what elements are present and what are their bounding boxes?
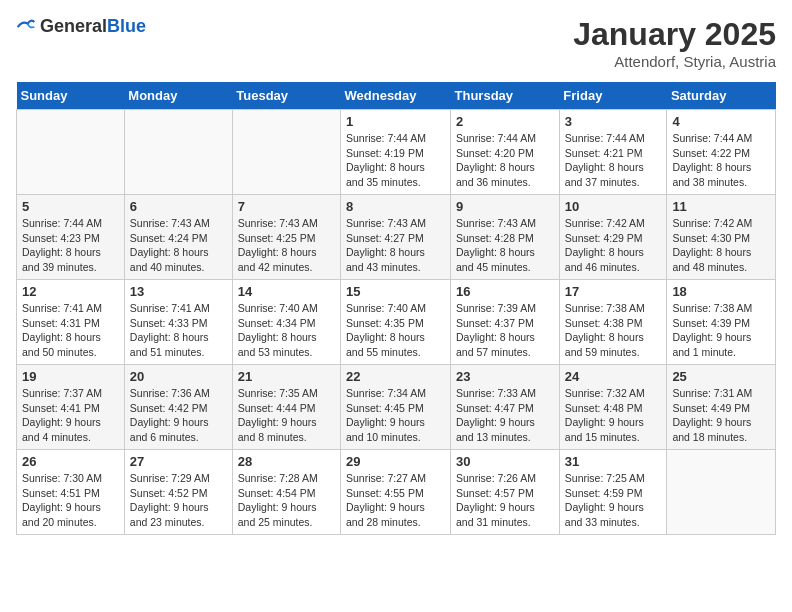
day-number: 14	[238, 284, 335, 299]
calendar-cell: 2Sunrise: 7:44 AM Sunset: 4:20 PM Daylig…	[451, 110, 560, 195]
calendar-cell: 26Sunrise: 7:30 AM Sunset: 4:51 PM Dayli…	[17, 450, 125, 535]
day-number: 29	[346, 454, 445, 469]
day-number: 20	[130, 369, 227, 384]
day-number: 27	[130, 454, 227, 469]
calendar-table: SundayMondayTuesdayWednesdayThursdayFrid…	[16, 82, 776, 535]
calendar-cell: 28Sunrise: 7:28 AM Sunset: 4:54 PM Dayli…	[232, 450, 340, 535]
calendar-cell: 19Sunrise: 7:37 AM Sunset: 4:41 PM Dayli…	[17, 365, 125, 450]
day-number: 6	[130, 199, 227, 214]
calendar-cell: 4Sunrise: 7:44 AM Sunset: 4:22 PM Daylig…	[667, 110, 776, 195]
day-info: Sunrise: 7:41 AM Sunset: 4:33 PM Dayligh…	[130, 301, 227, 360]
logo: GeneralBlue	[16, 16, 146, 37]
day-number: 1	[346, 114, 445, 129]
calendar-cell: 8Sunrise: 7:43 AM Sunset: 4:27 PM Daylig…	[341, 195, 451, 280]
day-number: 28	[238, 454, 335, 469]
month-title: January 2025	[573, 16, 776, 53]
day-number: 3	[565, 114, 662, 129]
day-info: Sunrise: 7:33 AM Sunset: 4:47 PM Dayligh…	[456, 386, 554, 445]
calendar-cell	[232, 110, 340, 195]
day-info: Sunrise: 7:44 AM Sunset: 4:19 PM Dayligh…	[346, 131, 445, 190]
day-info: Sunrise: 7:30 AM Sunset: 4:51 PM Dayligh…	[22, 471, 119, 530]
day-number: 8	[346, 199, 445, 214]
calendar-cell: 7Sunrise: 7:43 AM Sunset: 4:25 PM Daylig…	[232, 195, 340, 280]
day-info: Sunrise: 7:36 AM Sunset: 4:42 PM Dayligh…	[130, 386, 227, 445]
logo-general: General	[40, 16, 107, 36]
day-number: 21	[238, 369, 335, 384]
weekday-header-tuesday: Tuesday	[232, 82, 340, 110]
day-info: Sunrise: 7:43 AM Sunset: 4:28 PM Dayligh…	[456, 216, 554, 275]
day-info: Sunrise: 7:40 AM Sunset: 4:34 PM Dayligh…	[238, 301, 335, 360]
calendar-cell: 16Sunrise: 7:39 AM Sunset: 4:37 PM Dayli…	[451, 280, 560, 365]
calendar-cell: 25Sunrise: 7:31 AM Sunset: 4:49 PM Dayli…	[667, 365, 776, 450]
day-number: 4	[672, 114, 770, 129]
day-number: 5	[22, 199, 119, 214]
day-info: Sunrise: 7:42 AM Sunset: 4:30 PM Dayligh…	[672, 216, 770, 275]
calendar-cell: 22Sunrise: 7:34 AM Sunset: 4:45 PM Dayli…	[341, 365, 451, 450]
day-number: 18	[672, 284, 770, 299]
title-block: January 2025 Attendorf, Styria, Austria	[573, 16, 776, 70]
calendar-cell: 6Sunrise: 7:43 AM Sunset: 4:24 PM Daylig…	[124, 195, 232, 280]
calendar-cell: 17Sunrise: 7:38 AM Sunset: 4:38 PM Dayli…	[559, 280, 667, 365]
day-info: Sunrise: 7:43 AM Sunset: 4:24 PM Dayligh…	[130, 216, 227, 275]
day-info: Sunrise: 7:26 AM Sunset: 4:57 PM Dayligh…	[456, 471, 554, 530]
page-header: GeneralBlue January 2025 Attendorf, Styr…	[16, 16, 776, 70]
day-info: Sunrise: 7:25 AM Sunset: 4:59 PM Dayligh…	[565, 471, 662, 530]
day-info: Sunrise: 7:44 AM Sunset: 4:23 PM Dayligh…	[22, 216, 119, 275]
day-number: 11	[672, 199, 770, 214]
calendar-cell: 18Sunrise: 7:38 AM Sunset: 4:39 PM Dayli…	[667, 280, 776, 365]
calendar-week-5: 26Sunrise: 7:30 AM Sunset: 4:51 PM Dayli…	[17, 450, 776, 535]
weekday-header-sunday: Sunday	[17, 82, 125, 110]
day-info: Sunrise: 7:43 AM Sunset: 4:25 PM Dayligh…	[238, 216, 335, 275]
day-info: Sunrise: 7:41 AM Sunset: 4:31 PM Dayligh…	[22, 301, 119, 360]
calendar-week-3: 12Sunrise: 7:41 AM Sunset: 4:31 PM Dayli…	[17, 280, 776, 365]
calendar-cell: 5Sunrise: 7:44 AM Sunset: 4:23 PM Daylig…	[17, 195, 125, 280]
weekday-header-friday: Friday	[559, 82, 667, 110]
calendar-cell	[667, 450, 776, 535]
day-number: 7	[238, 199, 335, 214]
calendar-week-1: 1Sunrise: 7:44 AM Sunset: 4:19 PM Daylig…	[17, 110, 776, 195]
day-info: Sunrise: 7:38 AM Sunset: 4:39 PM Dayligh…	[672, 301, 770, 360]
day-number: 10	[565, 199, 662, 214]
day-number: 31	[565, 454, 662, 469]
logo-icon	[16, 17, 36, 37]
weekday-header-wednesday: Wednesday	[341, 82, 451, 110]
calendar-cell: 20Sunrise: 7:36 AM Sunset: 4:42 PM Dayli…	[124, 365, 232, 450]
day-info: Sunrise: 7:42 AM Sunset: 4:29 PM Dayligh…	[565, 216, 662, 275]
day-number: 2	[456, 114, 554, 129]
day-number: 17	[565, 284, 662, 299]
day-number: 30	[456, 454, 554, 469]
calendar-cell: 29Sunrise: 7:27 AM Sunset: 4:55 PM Dayli…	[341, 450, 451, 535]
day-number: 9	[456, 199, 554, 214]
day-info: Sunrise: 7:27 AM Sunset: 4:55 PM Dayligh…	[346, 471, 445, 530]
day-number: 12	[22, 284, 119, 299]
calendar-week-4: 19Sunrise: 7:37 AM Sunset: 4:41 PM Dayli…	[17, 365, 776, 450]
calendar-cell: 13Sunrise: 7:41 AM Sunset: 4:33 PM Dayli…	[124, 280, 232, 365]
day-number: 22	[346, 369, 445, 384]
day-info: Sunrise: 7:28 AM Sunset: 4:54 PM Dayligh…	[238, 471, 335, 530]
weekday-header-row: SundayMondayTuesdayWednesdayThursdayFrid…	[17, 82, 776, 110]
day-number: 13	[130, 284, 227, 299]
day-number: 26	[22, 454, 119, 469]
calendar-cell: 15Sunrise: 7:40 AM Sunset: 4:35 PM Dayli…	[341, 280, 451, 365]
calendar-cell: 11Sunrise: 7:42 AM Sunset: 4:30 PM Dayli…	[667, 195, 776, 280]
calendar-cell: 21Sunrise: 7:35 AM Sunset: 4:44 PM Dayli…	[232, 365, 340, 450]
day-info: Sunrise: 7:31 AM Sunset: 4:49 PM Dayligh…	[672, 386, 770, 445]
calendar-cell: 31Sunrise: 7:25 AM Sunset: 4:59 PM Dayli…	[559, 450, 667, 535]
day-info: Sunrise: 7:44 AM Sunset: 4:20 PM Dayligh…	[456, 131, 554, 190]
day-info: Sunrise: 7:44 AM Sunset: 4:22 PM Dayligh…	[672, 131, 770, 190]
calendar-cell: 12Sunrise: 7:41 AM Sunset: 4:31 PM Dayli…	[17, 280, 125, 365]
calendar-cell: 10Sunrise: 7:42 AM Sunset: 4:29 PM Dayli…	[559, 195, 667, 280]
calendar-cell: 14Sunrise: 7:40 AM Sunset: 4:34 PM Dayli…	[232, 280, 340, 365]
day-number: 25	[672, 369, 770, 384]
calendar-cell	[17, 110, 125, 195]
weekday-header-monday: Monday	[124, 82, 232, 110]
day-info: Sunrise: 7:39 AM Sunset: 4:37 PM Dayligh…	[456, 301, 554, 360]
day-info: Sunrise: 7:43 AM Sunset: 4:27 PM Dayligh…	[346, 216, 445, 275]
location: Attendorf, Styria, Austria	[573, 53, 776, 70]
logo-blue: Blue	[107, 16, 146, 36]
day-number: 24	[565, 369, 662, 384]
calendar-cell: 9Sunrise: 7:43 AM Sunset: 4:28 PM Daylig…	[451, 195, 560, 280]
day-info: Sunrise: 7:32 AM Sunset: 4:48 PM Dayligh…	[565, 386, 662, 445]
day-info: Sunrise: 7:29 AM Sunset: 4:52 PM Dayligh…	[130, 471, 227, 530]
weekday-header-saturday: Saturday	[667, 82, 776, 110]
